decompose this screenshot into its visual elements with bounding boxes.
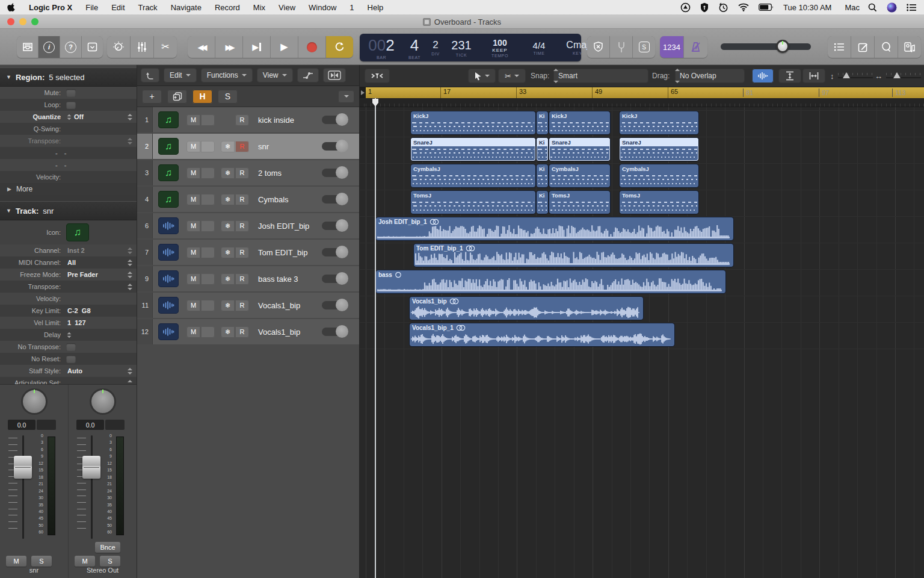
siri-icon[interactable] — [887, 2, 897, 13]
checkbox[interactable] — [66, 89, 76, 97]
midi-note-icon[interactable]: ♫ — [158, 191, 179, 208]
mute-button[interactable]: M — [186, 273, 200, 285]
freeze-button[interactable]: ❄ — [221, 141, 235, 152]
track-on-off-toggle[interactable] — [322, 275, 347, 283]
track-on-off-toggle[interactable] — [322, 195, 347, 204]
volume-fader-handle[interactable] — [82, 456, 100, 479]
stepper-icon[interactable] — [128, 259, 132, 266]
menu-item[interactable]: Logic Pro X — [29, 3, 72, 12]
freeze-button[interactable]: ❄ — [221, 167, 235, 179]
play-button[interactable]: ▶ — [271, 36, 298, 58]
master-volume-slider[interactable] — [721, 43, 811, 50]
track-header-options-button[interactable] — [338, 90, 354, 103]
secondary-tool-button[interactable]: ✂ — [498, 69, 526, 83]
pan-value-box[interactable] — [105, 420, 125, 430]
track-row[interactable]: 11M❄RVocals1_bip — [137, 293, 359, 318]
pan-knob[interactable] — [21, 388, 48, 415]
track-row[interactable]: 7M❄RTom EDIT_bip — [137, 240, 359, 265]
bar-ruler[interactable]: 1173349658197113 — [360, 87, 924, 98]
solo-mode-button[interactable]: S — [633, 36, 655, 58]
catch-content-button[interactable] — [365, 69, 390, 83]
track-on-off-toggle[interactable] — [322, 169, 347, 177]
sub-ruler[interactable] — [360, 98, 924, 107]
backup-status-icon[interactable] — [680, 2, 691, 13]
mute-button[interactable]: M — [186, 247, 200, 258]
solo-button[interactable] — [201, 220, 215, 232]
row-value[interactable]: Inst 2 — [67, 247, 85, 254]
menu-item[interactable]: Mix — [253, 3, 265, 12]
mute-button[interactable]: M — [186, 141, 200, 152]
menu-item[interactable]: Help — [368, 3, 384, 12]
track-row[interactable]: 12M❄RVocals1_bip — [137, 319, 359, 344]
view-menu-button[interactable]: View — [257, 68, 293, 82]
freeze-button[interactable]: ❄ — [221, 194, 235, 205]
record-enable-button[interactable]: R — [235, 300, 249, 311]
audio-waveform-icon[interactable] — [158, 323, 179, 340]
row-value[interactable]: C-2 G8 — [67, 307, 91, 314]
audio-waveform-icon[interactable] — [158, 297, 179, 314]
strip-solo-button[interactable]: S — [100, 556, 120, 567]
solo-button[interactable] — [201, 194, 215, 205]
record-enable-button[interactable]: R — [235, 167, 249, 179]
stepper-icon[interactable] — [128, 247, 132, 254]
audio-waveform-icon[interactable] — [158, 217, 179, 234]
pointer-tool-button[interactable] — [468, 69, 496, 83]
track-name[interactable]: Josh EDIT_bip — [258, 222, 309, 231]
region[interactable]: TomsJ — [620, 191, 698, 214]
solo-button[interactable] — [201, 167, 215, 179]
tuner-button[interactable] — [610, 36, 632, 58]
strip-mute-button[interactable]: M — [75, 556, 95, 567]
flex-button[interactable] — [323, 68, 346, 82]
smart-controls-button[interactable] — [107, 36, 130, 58]
quick-help-button[interactable]: ? — [60, 36, 81, 58]
waveform-zoom-button[interactable] — [752, 69, 774, 83]
region[interactable]: TomsJ — [549, 191, 610, 214]
menu-device-name[interactable]: Mac — [845, 3, 860, 12]
stepper-icon[interactable] — [67, 332, 72, 337]
volume-slider-knob[interactable] — [776, 40, 789, 53]
track-on-off-toggle[interactable] — [322, 248, 347, 256]
region[interactable]: Ki — [537, 111, 548, 134]
row-value[interactable]: 1 127 — [67, 319, 86, 326]
battery-icon[interactable] — [759, 4, 774, 11]
record-enable-button[interactable]: R — [235, 114, 249, 126]
stepper-icon[interactable] — [128, 284, 132, 290]
track-on-off-toggle[interactable] — [322, 222, 347, 230]
hide-tracks-button[interactable]: H — [192, 90, 212, 104]
vertical-auto-zoom-button[interactable] — [778, 69, 801, 83]
volume-value-box[interactable]: 0.0 — [76, 420, 104, 430]
media-browser-button[interactable] — [898, 36, 921, 58]
metronome-button[interactable] — [684, 36, 707, 58]
audio-waveform-icon[interactable] — [158, 244, 179, 261]
record-enable-button[interactable]: R — [235, 141, 249, 152]
menu-clock[interactable]: Tue 10:30 AM — [783, 3, 831, 12]
row-value[interactable]: Off — [74, 113, 84, 120]
functions-menu-button[interactable]: Functions — [201, 68, 253, 82]
mute-button[interactable]: M — [186, 326, 200, 338]
track-name[interactable]: Vocals1_bip — [258, 301, 300, 310]
row-value[interactable]: Pre Fader — [67, 271, 98, 278]
menu-item[interactable]: Navigate — [171, 3, 202, 12]
track-on-off-toggle[interactable] — [322, 142, 347, 151]
region[interactable]: Ki — [537, 191, 548, 214]
wifi-icon[interactable] — [738, 3, 749, 11]
track-row[interactable]: 3♫M❄R2 toms — [137, 160, 359, 185]
mixer-button[interactable] — [131, 36, 153, 58]
horizontal-zoom-slider[interactable]: ↔ — [875, 70, 921, 82]
drag-select[interactable]: No Overlap — [675, 69, 745, 83]
region[interactable]: KickJ — [549, 111, 610, 134]
track-row[interactable]: 2♫M❄Rsnr — [137, 134, 359, 159]
bounce-button[interactable]: Bnce — [95, 542, 120, 553]
spotlight-search-icon[interactable] — [868, 3, 877, 12]
midi-note-icon[interactable]: ♫ — [158, 111, 179, 128]
freeze-button[interactable]: ❄ — [221, 300, 235, 311]
freeze-button[interactable]: ❄ — [221, 220, 235, 232]
solo-button[interactable] — [201, 114, 215, 126]
checkbox[interactable] — [66, 355, 76, 363]
track-name[interactable]: Cymbals — [258, 195, 289, 204]
track-on-off-toggle[interactable] — [322, 116, 347, 124]
track-name[interactable]: kick inside — [258, 116, 294, 125]
apple-menu-icon[interactable] — [7, 2, 16, 12]
region[interactable]: SnareJ — [549, 138, 610, 161]
solo-tracks-button[interactable]: S — [218, 90, 238, 104]
